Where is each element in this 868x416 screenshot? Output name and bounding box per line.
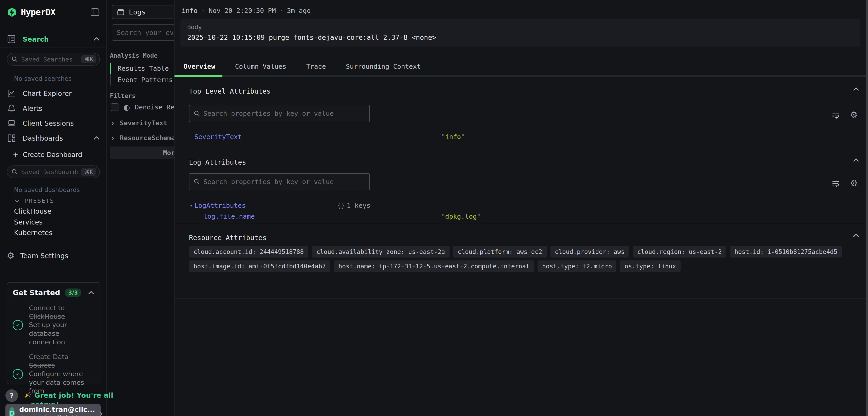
resource-attribute-pill[interactable]: host.id: i-0510b81275acbe4d5 bbox=[730, 246, 842, 258]
presets-toggle[interactable]: PRESETS bbox=[14, 196, 54, 205]
user-name: dominic.tran@clic... bbox=[19, 406, 95, 414]
resource-attribute-pill[interactable]: host.type: t2.micro bbox=[537, 261, 616, 272]
attribute-row: SeverityText info bbox=[194, 133, 242, 141]
resource-attribute-pill[interactable]: cloud.availability_zone: us-east-2a bbox=[312, 246, 450, 258]
saved-dashboards-input[interactable] bbox=[21, 169, 78, 175]
preset-label: ClickHouse bbox=[14, 207, 52, 215]
attribute-value[interactable]: info bbox=[441, 133, 465, 141]
preset-services[interactable]: Services bbox=[14, 217, 43, 227]
sidebar-item-label: Chart Explorer bbox=[23, 90, 72, 97]
no-saved-dashboards-note: No saved dashboards bbox=[14, 186, 80, 193]
section-title-top-level: Top Level Attributes bbox=[189, 87, 271, 95]
tab-underline-track bbox=[175, 75, 868, 77]
analysis-mode-label: Analysis Mode bbox=[110, 52, 158, 59]
tab-overview[interactable]: Overview bbox=[184, 63, 215, 70]
wrap-lines-icon[interactable] bbox=[831, 111, 840, 119]
chart-line-icon bbox=[7, 89, 16, 98]
attribute-key[interactable]: log.file.name bbox=[204, 212, 255, 220]
attribute-value[interactable]: dpkg.log bbox=[441, 212, 481, 220]
resource-attribute-pill[interactable]: cloud.account.id: 244449518788 bbox=[189, 246, 308, 258]
create-dashboard-button[interactable]: Create Dashboard bbox=[13, 150, 82, 159]
collapse-sidebar-icon[interactable] bbox=[90, 7, 100, 17]
get-started-item-sources[interactable]: Create Data Sources Configure where your… bbox=[13, 353, 94, 395]
active-tab-underline bbox=[175, 75, 222, 77]
sidebar-item-team-settings[interactable]: Team Settings bbox=[7, 250, 100, 261]
task-desc: Set up your database connection bbox=[29, 321, 94, 346]
get-started-item-connect[interactable]: Connect to ClickHouse Set up your databa… bbox=[13, 304, 94, 346]
chevron-up-icon[interactable] bbox=[852, 87, 860, 91]
chevron-up-icon[interactable] bbox=[852, 158, 860, 162]
tree-root-key[interactable]: LogAttributes bbox=[194, 202, 246, 209]
chevron-up-icon[interactable] bbox=[93, 136, 100, 140]
filters-label: Filters bbox=[110, 92, 135, 99]
avatar: D bbox=[9, 407, 15, 416]
scrollbar[interactable] bbox=[866, 0, 868, 416]
tab-trace[interactable]: Trace bbox=[306, 63, 326, 70]
saved-searches-search[interactable]: ⌘K bbox=[7, 53, 100, 65]
sidebar-item-client-sessions[interactable]: Client Sessions bbox=[7, 118, 100, 129]
search-icon bbox=[11, 169, 18, 175]
event-header: info · Nov 20 2:20:30 PM · 3m ago bbox=[182, 7, 311, 14]
log-body-text[interactable]: 2025-10-22 10:15:09 purge fonts-dejavu-c… bbox=[187, 33, 436, 41]
congrats-message: Great job! You're all bbox=[24, 391, 113, 399]
mode-label: Event Patterns bbox=[118, 76, 173, 84]
preset-clickhouse[interactable]: ClickHouse bbox=[14, 206, 52, 216]
user-menu[interactable]: D dominic.tran@clic... dominic.tran@clic… bbox=[5, 404, 101, 416]
resource-attribute-pill[interactable]: os.type: linux bbox=[620, 261, 681, 272]
gear-icon[interactable] bbox=[850, 110, 858, 120]
severity-text: info bbox=[182, 7, 197, 14]
sidebar-item-alerts[interactable]: Alerts bbox=[7, 102, 100, 114]
attribute-tree-root[interactable]: LogAttributes {} 1 keys bbox=[190, 202, 370, 209]
preset-kubernetes[interactable]: Kubernetes bbox=[14, 228, 53, 238]
section-divider bbox=[175, 224, 868, 224]
tab-column-values[interactable]: Column Values bbox=[235, 63, 286, 70]
caret-down-icon[interactable] bbox=[190, 203, 193, 208]
sidebar-item-search[interactable]: Search bbox=[7, 33, 100, 45]
chevron-up-icon[interactable] bbox=[88, 291, 94, 295]
app-title: HyperDX bbox=[21, 7, 55, 17]
gear-icon[interactable] bbox=[850, 179, 858, 188]
denoise-checkbox[interactable] bbox=[111, 103, 119, 111]
attribute-key[interactable]: SeverityText bbox=[194, 133, 242, 141]
denoise-icon bbox=[123, 103, 130, 111]
preset-label: Services bbox=[14, 218, 43, 226]
check-circle-icon bbox=[13, 320, 23, 330]
chevron-right-icon bbox=[111, 134, 115, 142]
chevron-down-icon bbox=[14, 199, 20, 203]
chevron-up-icon[interactable] bbox=[852, 233, 860, 238]
property-search-input[interactable] bbox=[204, 110, 365, 117]
sidebar-item-chart-explorer[interactable]: Chart Explorer bbox=[7, 88, 100, 99]
sidebar: HyperDX Search ⌘K bbox=[0, 0, 107, 416]
sidebar-item-label: Search bbox=[23, 35, 49, 43]
attribute-row: log.file.name dpkg.log bbox=[204, 212, 255, 220]
presets-label: PRESETS bbox=[24, 198, 54, 204]
sidebar-item-label: Dashboards bbox=[23, 134, 63, 142]
resource-attribute-pill[interactable]: cloud.provider: aws bbox=[550, 246, 629, 258]
resource-attribute-pill[interactable]: host.image.id: ami-0f5fcdfbd140e4ab7 bbox=[189, 261, 330, 272]
braces-icon: {} bbox=[337, 202, 345, 209]
saved-searches-input[interactable] bbox=[21, 56, 78, 63]
separator-dot: · bbox=[279, 7, 283, 14]
help-button[interactable]: ? bbox=[5, 389, 18, 402]
tab-surrounding-context[interactable]: Surrounding Context bbox=[346, 63, 421, 70]
top-level-property-search[interactable] bbox=[189, 105, 370, 122]
section-divider bbox=[175, 149, 868, 149]
filter-group-severitytext[interactable]: SeverityText bbox=[111, 118, 167, 128]
search-icon bbox=[11, 56, 18, 63]
chevron-up-icon[interactable] bbox=[93, 37, 100, 41]
log-attributes-property-search[interactable] bbox=[189, 173, 370, 190]
chevron-right-icon bbox=[111, 119, 115, 127]
separator-dot: · bbox=[201, 7, 205, 14]
property-search-input[interactable] bbox=[204, 178, 365, 186]
hyperdx-logo-icon bbox=[7, 7, 17, 18]
sidebar-item-dashboards[interactable]: Dashboards bbox=[7, 132, 100, 144]
sidebar-item-label: Alerts bbox=[23, 105, 42, 112]
preset-label: Kubernetes bbox=[14, 229, 53, 237]
event-relative-time: 3m ago bbox=[287, 7, 311, 14]
saved-dashboards-search[interactable]: ⌘K bbox=[7, 166, 100, 178]
resource-attribute-pill[interactable]: host.name: ip-172-31-12-5.us-east-2.comp… bbox=[334, 261, 534, 272]
congrats-line1: Great job! You're all bbox=[34, 391, 113, 399]
resource-attribute-pill[interactable]: cloud.region: us-east-2 bbox=[633, 246, 726, 258]
resource-attribute-pill[interactable]: cloud.platform: aws_ec2 bbox=[453, 246, 547, 258]
wrap-lines-icon[interactable] bbox=[831, 179, 840, 188]
